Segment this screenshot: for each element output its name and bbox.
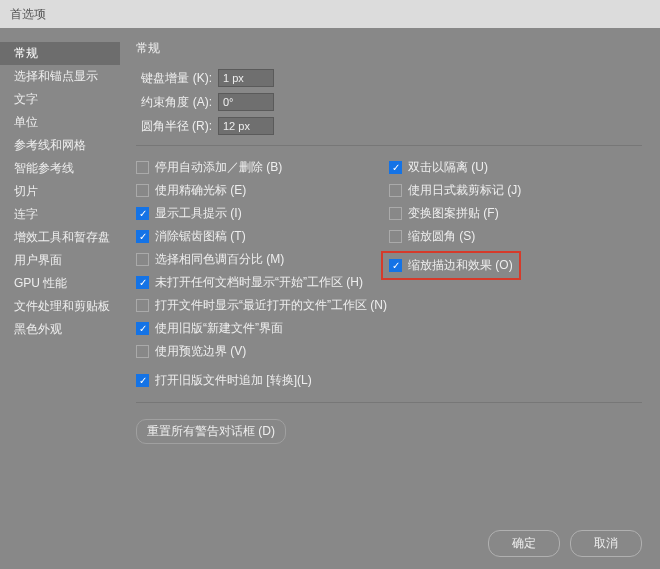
check-row[interactable]: 使用旧版“新建文件”界面 xyxy=(136,317,389,340)
checkbox-icon[interactable] xyxy=(389,259,402,272)
check-row[interactable]: 使用预览边界 (V) xyxy=(136,340,389,363)
check-row[interactable]: 缩放描边和效果 (O) xyxy=(389,248,642,283)
sidebar-item-6[interactable]: 切片 xyxy=(0,180,120,203)
checkbox-icon[interactable] xyxy=(389,207,402,220)
check-label: 选择相同色调百分比 (M) xyxy=(155,251,284,268)
checks-col-right: 双击以隔离 (U)使用日式裁剪标记 (J)变换图案拼贴 (F)缩放圆角 (S)缩… xyxy=(389,156,642,392)
check-label: 缩放描边和效果 (O) xyxy=(408,257,513,274)
section-title: 常规 xyxy=(136,40,642,57)
check-label: 停用自动添加／删除 (B) xyxy=(155,159,282,176)
sidebar-item-7[interactable]: 连字 xyxy=(0,203,120,226)
check-row[interactable]: 打开旧版文件时追加 [转换](L) xyxy=(136,369,389,392)
check-label: 变换图案拼贴 (F) xyxy=(408,205,499,222)
check-label: 显示工具提示 (I) xyxy=(155,205,242,222)
check-row[interactable]: 未打开任何文档时显示“开始”工作区 (H) xyxy=(136,271,389,294)
sidebar-item-3[interactable]: 单位 xyxy=(0,111,120,134)
check-row[interactable]: 选择相同色调百分比 (M) xyxy=(136,248,389,271)
check-label: 打开文件时显示“最近打开的文件”工作区 (N) xyxy=(155,297,387,314)
window-title: 首选项 xyxy=(0,0,660,28)
sidebar: 常规选择和锚点显示文字单位参考线和网格智能参考线切片连字增效工具和暂存盘用户界面… xyxy=(0,28,120,519)
checkbox-icon[interactable] xyxy=(389,230,402,243)
sidebar-item-1[interactable]: 选择和锚点显示 xyxy=(0,65,120,88)
check-label: 使用预览边界 (V) xyxy=(155,343,246,360)
check-label: 未打开任何文档时显示“开始”工作区 (H) xyxy=(155,274,363,291)
checkbox-icon[interactable] xyxy=(136,207,149,220)
check-label: 使用日式裁剪标记 (J) xyxy=(408,182,521,199)
checkbox-icon[interactable] xyxy=(136,253,149,266)
checks-col-left: 停用自动添加／删除 (B)使用精确光标 (E)显示工具提示 (I)消除锯齿图稿 … xyxy=(136,156,389,392)
checkbox-icon[interactable] xyxy=(136,345,149,358)
check-label: 消除锯齿图稿 (T) xyxy=(155,228,246,245)
check-row[interactable]: 使用精确光标 (E) xyxy=(136,179,389,202)
keyboard-increment-input[interactable] xyxy=(218,69,274,87)
check-label: 打开旧版文件时追加 [转换](L) xyxy=(155,372,312,389)
checkbox-icon[interactable] xyxy=(136,230,149,243)
sidebar-item-12[interactable]: 黑色外观 xyxy=(0,318,120,341)
checkbox-icon[interactable] xyxy=(136,322,149,335)
keyboard-increment-label: 键盘增量 (K): xyxy=(136,70,218,87)
reset-warnings-button[interactable]: 重置所有警告对话框 (D) xyxy=(136,419,286,444)
sidebar-item-4[interactable]: 参考线和网格 xyxy=(0,134,120,157)
sidebar-item-0[interactable]: 常规 xyxy=(0,42,120,65)
constrain-angle-label: 约束角度 (A): xyxy=(136,94,218,111)
check-row[interactable]: 变换图案拼贴 (F) xyxy=(389,202,642,225)
sidebar-item-2[interactable]: 文字 xyxy=(0,88,120,111)
check-label: 缩放圆角 (S) xyxy=(408,228,475,245)
checkbox-icon[interactable] xyxy=(389,161,402,174)
main-panel: 常规 键盘增量 (K): 约束角度 (A): 圆角半径 (R): 停用自动添加／… xyxy=(120,28,660,519)
ok-button[interactable]: 确定 xyxy=(488,530,560,557)
sidebar-item-10[interactable]: GPU 性能 xyxy=(0,272,120,295)
check-row[interactable]: 消除锯齿图稿 (T) xyxy=(136,225,389,248)
checkbox-icon[interactable] xyxy=(136,161,149,174)
checkbox-icon[interactable] xyxy=(136,184,149,197)
check-label: 使用精确光标 (E) xyxy=(155,182,246,199)
corner-radius-input[interactable] xyxy=(218,117,274,135)
cancel-button[interactable]: 取消 xyxy=(570,530,642,557)
check-label: 使用旧版“新建文件”界面 xyxy=(155,320,283,337)
check-label: 双击以隔离 (U) xyxy=(408,159,488,176)
check-row[interactable]: 缩放圆角 (S) xyxy=(389,225,642,248)
check-row[interactable]: 停用自动添加／删除 (B) xyxy=(136,156,389,179)
check-row[interactable]: 打开文件时显示“最近打开的文件”工作区 (N) xyxy=(136,294,389,317)
divider xyxy=(136,145,642,146)
checkbox-icon[interactable] xyxy=(389,184,402,197)
sidebar-item-9[interactable]: 用户界面 xyxy=(0,249,120,272)
checkbox-icon[interactable] xyxy=(136,276,149,289)
constrain-angle-input[interactable] xyxy=(218,93,274,111)
highlight-box: 缩放描边和效果 (O) xyxy=(381,251,521,280)
sidebar-item-5[interactable]: 智能参考线 xyxy=(0,157,120,180)
sidebar-item-11[interactable]: 文件处理和剪贴板 xyxy=(0,295,120,318)
check-row[interactable]: 双击以隔离 (U) xyxy=(389,156,642,179)
sidebar-item-8[interactable]: 增效工具和暂存盘 xyxy=(0,226,120,249)
checkbox-icon[interactable] xyxy=(136,374,149,387)
corner-radius-label: 圆角半径 (R): xyxy=(136,118,218,135)
checkbox-icon[interactable] xyxy=(136,299,149,312)
divider-2 xyxy=(136,402,642,403)
check-row[interactable]: 使用日式裁剪标记 (J) xyxy=(389,179,642,202)
check-row[interactable]: 显示工具提示 (I) xyxy=(136,202,389,225)
